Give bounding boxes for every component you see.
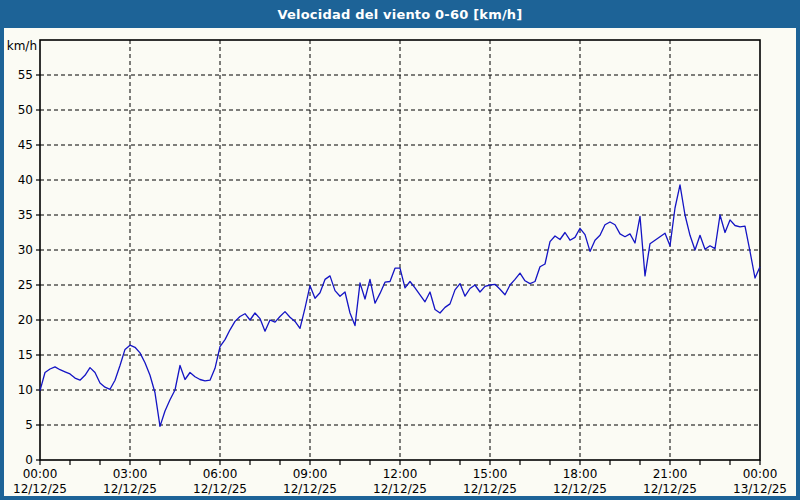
x-tick-time: 18:00: [563, 467, 598, 481]
x-axis-labels: 00:0012/12/2503:0012/12/2506:0012/12/250…: [13, 467, 787, 496]
x-tick-time: 09:00: [293, 467, 328, 481]
wind-speed-chart: 051015202530354045505500:0012/12/2503:00…: [0, 0, 800, 500]
x-tick-date: 12/12/25: [193, 482, 247, 496]
chart-title: Velocidad del viento 0-60 [km/h]: [278, 7, 523, 22]
x-tick-time: 00:00: [23, 467, 58, 481]
svg-text:0: 0: [25, 453, 33, 467]
x-tick-date: 12/12/25: [103, 482, 157, 496]
x-tick-time: 21:00: [653, 467, 688, 481]
svg-text:35: 35: [18, 208, 33, 222]
x-tick-date: 12/12/25: [373, 482, 427, 496]
x-tick-date: 12/12/25: [13, 482, 67, 496]
titlebar: Velocidad del viento 0-60 [km/h]: [0, 0, 800, 28]
x-tick-date: 12/12/25: [283, 482, 337, 496]
x-tick-time: 00:00: [743, 467, 778, 481]
svg-text:15: 15: [18, 348, 33, 362]
svg-text:5: 5: [25, 418, 33, 432]
y-axis-unit-label: km/h: [7, 39, 37, 53]
x-tick-time: 03:00: [113, 467, 148, 481]
y-axis-unit: km/h: [7, 39, 37, 53]
x-tick-time: 12:00: [383, 467, 418, 481]
y-axis-labels: 0510152025303540455055: [18, 68, 33, 467]
svg-text:45: 45: [18, 138, 33, 152]
svg-text:25: 25: [18, 278, 33, 292]
svg-text:50: 50: [18, 103, 33, 117]
x-tick-date: 13/12/25: [733, 482, 787, 496]
svg-text:55: 55: [18, 68, 33, 82]
svg-text:20: 20: [18, 313, 33, 327]
x-tick-time: 06:00: [203, 467, 238, 481]
svg-text:30: 30: [18, 243, 33, 257]
x-tick-date: 12/12/25: [643, 482, 697, 496]
svg-text:10: 10: [18, 383, 33, 397]
x-tick-date: 12/12/25: [463, 482, 517, 496]
x-tick-date: 12/12/25: [553, 482, 607, 496]
svg-text:40: 40: [18, 173, 33, 187]
chart-window: 051015202530354045505500:0012/12/2503:00…: [0, 0, 800, 500]
x-tick-time: 15:00: [473, 467, 508, 481]
